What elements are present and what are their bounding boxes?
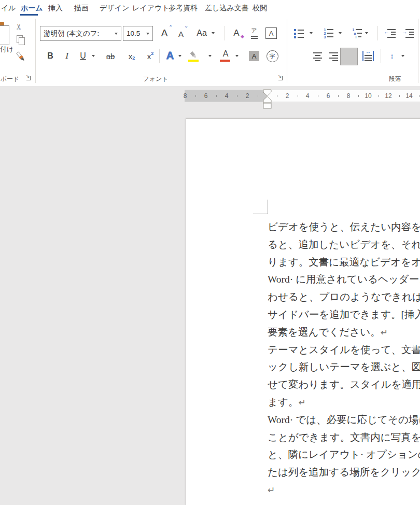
group-separator (418, 19, 418, 83)
text-line: たは列を追加する場所をクリックし (268, 464, 420, 481)
align-center-icon (313, 51, 322, 61)
ruler-tick (358, 95, 359, 97)
paste-button-label[interactable]: 付け (0, 45, 13, 54)
chevron-down-icon[interactable] (212, 32, 215, 34)
grow-font-button[interactable]: A ˆ (156, 26, 173, 40)
increase-indent-icon: → (403, 29, 414, 37)
chevron-down-icon (146, 33, 149, 35)
clipboard-dialog-launcher-icon[interactable]: ↘ (26, 76, 31, 81)
character-border-letter: A (265, 27, 277, 39)
ruby-line (251, 36, 258, 37)
enclose-characters-button[interactable]: 字 (264, 49, 280, 63)
text-line: ビデオを使うと、伝えたい内容を明 (268, 218, 420, 236)
tab-references[interactable]: 参考資料 (169, 4, 198, 13)
chevron-down-icon[interactable] (365, 32, 368, 34)
ruler-number: 12 (385, 92, 392, 100)
multilevel-list-icon: 1 a i (353, 28, 362, 39)
document-area: 8 6 4 2 2 4 6 8 10 12 14 (0, 86, 420, 505)
subscript-base: x (129, 52, 133, 61)
phonetic-guide-button[interactable]: ア (247, 25, 261, 40)
ruler-number: 4 (304, 92, 311, 100)
chevron-down-icon (115, 33, 118, 35)
character-shading-button[interactable]: A (247, 49, 261, 63)
eraser-icon: ◆ (241, 34, 244, 39)
font-dialog-launcher-icon[interactable]: ↘ (278, 76, 283, 81)
separator (381, 49, 381, 63)
chevron-down-icon[interactable] (310, 32, 313, 34)
document-text[interactable]: ビデオを使うと、伝えたい内容を明 ると、追加したいビデオを、それに応 ります。文… (268, 218, 420, 499)
character-border-button[interactable]: A (263, 26, 279, 40)
font-size-combobox[interactable]: 10.5 (123, 26, 153, 41)
text-line: テーマとスタイルを使って、文書全 (268, 341, 420, 359)
tab-file[interactable]: イル (1, 4, 16, 13)
character-shading-letter: A (249, 51, 259, 61)
tab-mailings[interactable]: 差し込み文書 (205, 4, 249, 13)
font-color-button[interactable]: A (218, 48, 233, 63)
numbering-icon: 1 2 3 (324, 28, 334, 39)
chevron-down-icon[interactable] (178, 55, 181, 57)
decrease-indent-button[interactable]: ← (383, 26, 398, 40)
superscript-button[interactable]: x2 (143, 49, 158, 63)
underline-button[interactable]: U (77, 49, 89, 63)
ribbon: 付け ✂ ボード ↘ 游明朝 (本文のフ: 10.5 (0, 17, 420, 87)
separator (377, 26, 378, 40)
subscript-two: 2 (132, 55, 135, 61)
ruler-tick (298, 95, 298, 97)
bold-button[interactable]: B (44, 49, 57, 63)
indent-markers[interactable] (263, 89, 272, 110)
strikethrough-button[interactable]: ab (103, 49, 118, 63)
clear-formatting-button[interactable]: A ◆ (228, 26, 245, 40)
tab-layout[interactable]: レイアウト (132, 4, 170, 13)
highlight-color-button[interactable] (187, 48, 201, 63)
ruler-tick (195, 95, 196, 97)
numbering-button[interactable]: 1 2 3 (321, 26, 337, 40)
first-line-indent-marker (263, 90, 271, 96)
document-page[interactable]: ビデオを使うと、伝えたい内容を明 ると、追加したいビデオを、それに応 ります。文… (186, 118, 420, 505)
chevron-down-icon[interactable] (339, 32, 342, 34)
tab-insert[interactable]: 挿入 (48, 4, 63, 13)
shrink-font-button[interactable]: A ˇ (174, 27, 188, 40)
ruler-number: 10 (365, 92, 372, 100)
clipboard-group-label: ボード (0, 75, 21, 83)
ruler-number: 2 (244, 92, 251, 100)
format-painter-icon[interactable] (16, 51, 27, 65)
increase-indent-button[interactable]: → (401, 26, 416, 40)
change-case-button[interactable]: Aa (193, 26, 211, 40)
align-center-button[interactable] (311, 49, 324, 63)
ribbon-tab-bar: イル ホーム 挿入 描画 デザイン レイアウト 参考資料 差し込み文書 校閲 (0, 0, 420, 17)
tab-design[interactable]: デザイン (100, 4, 129, 13)
font-color-letter: A (223, 49, 229, 59)
paste-icon[interactable] (0, 25, 9, 45)
align-left-button[interactable] (293, 49, 307, 63)
caret-down-icon: ˇ (185, 26, 187, 33)
distribute-button[interactable]: ↔ (360, 48, 376, 64)
text-line: サイドバーを追加できます。[挿入] (268, 306, 420, 324)
paragraph-mark: ↵ (381, 327, 388, 338)
font-name-combobox[interactable]: 游明朝 (本文のフ: (40, 26, 121, 41)
highlighter-pen-icon (189, 51, 199, 60)
text-line: せて変わります。スタイルを適用す (268, 376, 420, 394)
bullets-button[interactable] (291, 26, 306, 40)
chevron-down-icon[interactable] (235, 55, 239, 57)
ruler-tick (338, 95, 339, 97)
copy-icon[interactable] (17, 35, 26, 46)
align-right-button[interactable] (327, 49, 340, 63)
italic-button[interactable]: I (61, 49, 73, 63)
subscript-button[interactable]: x2 (124, 49, 139, 63)
tab-home[interactable]: ホーム (21, 4, 43, 13)
shrink-font-letter: A (178, 30, 184, 38)
cut-icon[interactable]: ✂ (14, 23, 24, 30)
justify-button[interactable] (340, 48, 358, 65)
left-indent-marker (263, 103, 271, 108)
chevron-down-icon[interactable] (92, 55, 95, 57)
horizontal-ruler[interactable]: 8 6 4 2 2 4 6 8 10 12 14 (185, 90, 420, 102)
tab-draw[interactable]: 描画 (74, 4, 89, 13)
text-effects-button[interactable]: A (163, 48, 177, 63)
line-spacing-button[interactable]: ↕ (385, 49, 400, 63)
chevron-down-icon[interactable] (208, 55, 212, 57)
tab-review[interactable]: 校閲 (253, 4, 267, 13)
ruler-tick (216, 95, 217, 97)
multilevel-list-button[interactable]: 1 a i (350, 26, 365, 40)
font-name-value: 游明朝 (本文のフ: (40, 29, 115, 38)
chevron-down-icon[interactable] (401, 55, 404, 57)
